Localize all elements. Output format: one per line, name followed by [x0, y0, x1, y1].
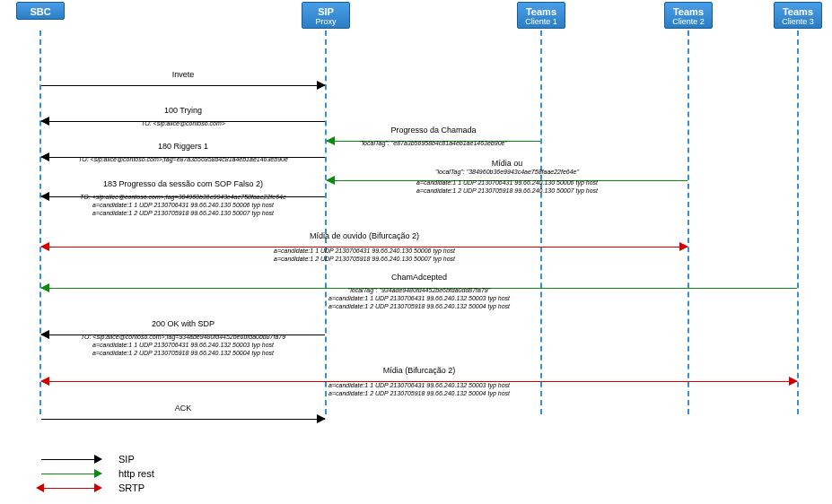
lifeline-tc1: [540, 30, 542, 414]
msg-call-accepted-d1: "localTag": "934ade9480fd4452be6bfda0dd8…: [41, 287, 797, 293]
msg-media-title: Mídia (Bifurcação 2): [41, 366, 797, 375]
legend-srtp-label: SRTP: [118, 482, 145, 493]
msg-call-progress-d1: "localTag": "e87a3b56958b4c81a4eb1ae1463…: [327, 140, 540, 146]
lifeline-tc3: [797, 30, 799, 414]
actor-tc1: TeamsCliente 1: [517, 2, 565, 29]
msg-200ok-d1: TO: <sip:alice@contoso.com>;tag=934ade94…: [41, 334, 325, 340]
msg-180-title: 180 Riggers 1: [41, 142, 325, 151]
legend-row-http: http rest: [36, 466, 154, 481]
msg-invite: [41, 79, 325, 91]
actor-tc1-label: Teams: [526, 6, 556, 17]
msg-200ok-title: 200 OK with SDP: [41, 319, 325, 328]
msg-media-offer-d1: "localTag": "384960b36e9943c4ae758faae22…: [327, 169, 687, 175]
msg-media-offer-d2: a=candidate:1 1 UDP 2130706431 99.66.240…: [327, 179, 687, 186]
actor-tc3-label: Teams: [783, 6, 813, 17]
legend-http-label: http rest: [118, 468, 154, 479]
legend-arrow-srtp-icon: [36, 482, 102, 493]
msg-media-d1: a=candidate:1 1 UDP 2130706431 99.66.240…: [41, 382, 797, 388]
msg-100trying-d1: TO: <sip:alice@contoso.com>: [41, 120, 325, 126]
msg-ack-title: ACK: [41, 404, 325, 413]
actor-sip-label: SIP: [318, 6, 334, 17]
msg-200ok-d3: a=candidate:1 2 UDP 2130705918 99.66.240…: [41, 350, 325, 356]
actor-tc3: TeamsCliente 3: [774, 2, 822, 29]
msg-media-d2: a=candidate:1 2 UDP 2130705918 99.66.240…: [41, 390, 797, 396]
msg-ack: [41, 413, 325, 425]
actor-sip-sub: Proxy: [302, 17, 349, 26]
msg-183-title: 183 Progresso da sessão com SOP Falso 2): [41, 179, 325, 188]
msg-call-progress-title: Progresso da Chamada: [327, 126, 540, 135]
msg-call-accepted-title: ChamAdcepted: [41, 273, 797, 282]
lifeline-tc2: [687, 30, 689, 414]
actor-tc2-label: Teams: [673, 6, 704, 17]
legend-row-sip: SIP: [36, 452, 154, 466]
msg-180-d1: TO: <sip:alice@contoso.com>;tag=e87a3b56…: [41, 156, 325, 162]
msg-early-media-title: Mídia de ouvido (Bifurcação 2): [41, 231, 687, 240]
actor-sbc-label: SBC: [30, 6, 50, 17]
msg-183-d1: TO: <sip:alice@contoso.com>;tag=384960b3…: [41, 194, 325, 200]
actor-tc2-sub: Cliente 2: [665, 17, 712, 26]
actor-tc1-sub: Cliente 1: [518, 17, 565, 26]
msg-early-media-d2: a=candidate:1 2 UDP 2130705918 99.66.240…: [41, 256, 687, 262]
actor-tc3-sub: Cliente 3: [775, 17, 821, 26]
msg-media-offer-title: Mídia ou: [327, 159, 687, 168]
msg-183-d2: a=candidate:1 1 UDP 2130706431 99.66.240…: [41, 202, 325, 208]
legend-row-srtp: SRTP: [36, 481, 154, 495]
legend-sip-label: SIP: [118, 454, 135, 465]
msg-100trying-title: 100 Trying: [41, 106, 325, 115]
actor-sip: SIPProxy: [302, 2, 350, 29]
actor-tc2: TeamsCliente 2: [664, 2, 713, 29]
legend: SIP http rest SRTP: [36, 452, 154, 495]
msg-media-offer-d3: a=candidate:1 2 UDP 2130705918 99.66.240…: [327, 187, 687, 194]
msg-call-accepted-d3: a=candidate:1 2 UDP 2130705918 99.66.240…: [41, 303, 797, 309]
msg-call-accepted-d2: a=candidate:1 1 UDP 2130706431 99.66.240…: [41, 295, 797, 301]
msg-early-media-d1: a=candidate:1 1 UDP 2130706431 99.66.240…: [41, 248, 687, 254]
actor-sbc: SBC: [16, 2, 65, 20]
msg-183-d3: a=candidate:1 2 UDP 2130705918 99.66.240…: [41, 210, 325, 216]
legend-arrow-http-icon: [36, 468, 102, 479]
legend-arrow-sip-icon: [36, 454, 102, 465]
msg-invite-title: Invete: [41, 70, 325, 79]
msg-200ok-d2: a=candidate:1 1 UDP 2130706431 99.66.240…: [41, 342, 325, 348]
